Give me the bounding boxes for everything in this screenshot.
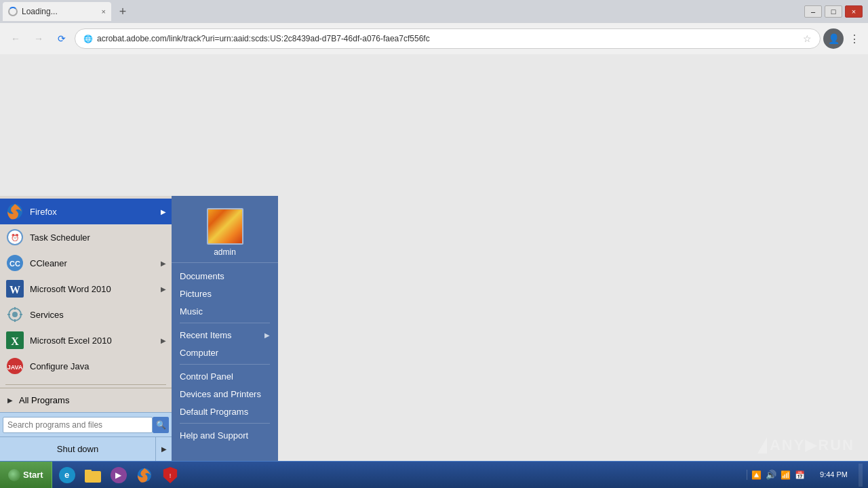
reload-button[interactable]: ⟳ bbox=[52, 28, 72, 49]
speaker-icon[interactable]: 🔊 bbox=[766, 470, 776, 480]
shutdown-arrow-button[interactable]: ▶ bbox=[155, 437, 172, 461]
computer-label: Computer bbox=[180, 348, 218, 358]
firefox-taskbar-icon bbox=[136, 467, 153, 483]
right-menu-documents[interactable]: Documents bbox=[172, 267, 278, 285]
right-separator-3 bbox=[180, 423, 270, 424]
right-menu-recent-items[interactable]: Recent Items ▶ bbox=[172, 326, 278, 344]
active-tab[interactable]: Loading... × bbox=[3, 2, 111, 21]
start-button[interactable]: Start bbox=[0, 462, 52, 488]
right-menu-help-support[interactable]: Help and Support bbox=[172, 426, 278, 444]
sidebar-item-services[interactable]: Services bbox=[0, 302, 172, 327]
taskbar-icon-shield[interactable]: ! bbox=[158, 464, 182, 487]
back-button[interactable]: ← bbox=[5, 28, 26, 49]
lock-icon: 🌐 bbox=[83, 35, 93, 43]
taskbar: Start e ▶ bbox=[0, 461, 868, 488]
excel-icon: X bbox=[5, 331, 24, 350]
bookmark-icon[interactable]: ☆ bbox=[803, 33, 812, 44]
right-menu-music[interactable]: Music bbox=[172, 302, 278, 320]
services-label: Services bbox=[30, 310, 166, 320]
sidebar-item-java[interactable]: JAVA Configure Java bbox=[0, 353, 172, 379]
recent-items-label: Recent Items bbox=[180, 330, 232, 340]
msword-label: Microsoft Word 2010 bbox=[30, 284, 155, 294]
close-button[interactable]: × bbox=[845, 5, 863, 18]
ccleaner-icon: CC bbox=[5, 253, 24, 272]
sidebar-item-ccleaner[interactable]: CC CCleaner ▶ bbox=[0, 250, 172, 276]
taskbar-right: 🔼 🔊 📶 📅 9:44 PM bbox=[741, 464, 868, 487]
browser-menu-button[interactable]: ⋮ bbox=[846, 30, 863, 48]
search-input[interactable] bbox=[3, 417, 153, 433]
user-panel: admin bbox=[172, 203, 278, 263]
sidebar-item-task-scheduler[interactable]: ⏰ Task Scheduler bbox=[0, 224, 172, 250]
user-avatar[interactable] bbox=[207, 208, 243, 245]
msexcel-arrow: ▶ bbox=[161, 337, 166, 344]
svg-rect-17 bbox=[85, 471, 101, 483]
minimize-button[interactable]: – bbox=[804, 5, 822, 18]
ccleaner-arrow: ▶ bbox=[161, 260, 166, 267]
system-clock[interactable]: 9:44 PM bbox=[814, 470, 853, 480]
new-tab-button[interactable]: + bbox=[114, 3, 132, 20]
shield-icon: ! bbox=[163, 467, 178, 483]
all-programs-row[interactable]: ▶ All Programs bbox=[0, 388, 172, 412]
tray-icon-1[interactable]: 🔼 bbox=[751, 470, 762, 480]
taskbar-icon-media[interactable]: ▶ bbox=[106, 464, 131, 487]
firefox-icon bbox=[5, 202, 24, 221]
msword-arrow: ▶ bbox=[161, 285, 166, 293]
shutdown-row: Shut down ▶ bbox=[0, 436, 172, 461]
right-menu-computer[interactable]: Computer bbox=[172, 344, 278, 361]
svg-rect-18 bbox=[85, 470, 92, 472]
taskbar-items: e ▶ ! bbox=[52, 464, 741, 487]
right-menu-devices-printers[interactable]: Devices and Printers bbox=[172, 385, 278, 403]
sidebar-item-msexcel[interactable]: X Microsoft Excel 2010 ▶ bbox=[0, 327, 172, 353]
forward-button[interactable]: → bbox=[28, 28, 49, 49]
tab-label: Loading... bbox=[22, 7, 58, 16]
right-separator-1 bbox=[180, 323, 270, 323]
all-programs-arrow-icon: ▶ bbox=[5, 396, 15, 405]
java-icon: JAVA bbox=[5, 357, 24, 375]
right-menu-default-programs[interactable]: Default Programs bbox=[172, 403, 278, 420]
music-label: Music bbox=[180, 306, 203, 317]
sidebar-item-firefox[interactable]: Firefox ▶ bbox=[0, 199, 172, 224]
search-bar: 🔍 bbox=[0, 412, 172, 436]
word-icon: W bbox=[5, 279, 24, 298]
default-programs-label: Default Programs bbox=[180, 407, 248, 417]
tab-close-button[interactable]: × bbox=[102, 7, 106, 16]
taskbar-icon-firefox[interactable] bbox=[132, 464, 157, 487]
network-icon[interactable]: 📶 bbox=[781, 470, 791, 480]
pictures-label: Pictures bbox=[180, 289, 212, 299]
user-name-label: admin bbox=[214, 247, 236, 257]
msexcel-label: Microsoft Excel 2010 bbox=[30, 336, 155, 346]
right-separator-2 bbox=[180, 364, 270, 365]
start-orb-icon bbox=[8, 469, 20, 481]
firefox-arrow: ▶ bbox=[161, 208, 166, 216]
profile-button[interactable]: 👤 bbox=[823, 28, 844, 49]
avatar-image bbox=[208, 209, 242, 243]
svg-text:X: X bbox=[11, 336, 19, 347]
search-button[interactable]: 🔍 bbox=[153, 417, 169, 433]
taskbar-icon-folder[interactable] bbox=[81, 464, 105, 487]
right-menu-control-panel[interactable]: Control Panel bbox=[172, 367, 278, 385]
pinned-apps-list: Firefox ▶ ⏰ Task Scheduler bbox=[0, 196, 172, 382]
browser-chrome: Loading... × + – □ × ← → ⟳ 🌐 acrobat.ado… bbox=[0, 0, 868, 54]
maximize-button[interactable]: □ bbox=[825, 5, 842, 18]
sys-tray: 🔼 🔊 📶 📅 bbox=[747, 470, 809, 480]
clock-time: 9:44 PM bbox=[820, 470, 848, 480]
calendar-icon[interactable]: 📅 bbox=[795, 470, 805, 480]
devices-printers-label: Devices and Printers bbox=[180, 389, 261, 399]
nav-bar: ← → ⟳ 🌐 acrobat.adobe.com/link/track?uri… bbox=[0, 23, 868, 54]
services-icon bbox=[5, 305, 24, 324]
shutdown-label: Shut down bbox=[57, 444, 98, 454]
folder-icon bbox=[85, 468, 101, 483]
shutdown-button[interactable]: Shut down bbox=[0, 437, 155, 461]
tab-bar: Loading... × + – □ × bbox=[0, 0, 868, 23]
start-menu: Firefox ▶ ⏰ Task Scheduler bbox=[0, 196, 278, 461]
show-desktop-button[interactable] bbox=[859, 464, 863, 487]
address-bar[interactable]: 🌐 acrobat.adobe.com/link/track?uri=urn:a… bbox=[75, 28, 821, 49]
sidebar-item-msword[interactable]: W Microsoft Word 2010 ▶ bbox=[0, 276, 172, 302]
media-icon: ▶ bbox=[111, 467, 127, 483]
taskbar-icon-ie[interactable]: e bbox=[55, 464, 79, 487]
svg-text:W: W bbox=[9, 284, 20, 296]
start-menu-right: admin Documents Pictures Music Recent It… bbox=[172, 196, 278, 461]
address-text: acrobat.adobe.com/link/track?uri=urn:aai… bbox=[97, 34, 799, 43]
right-menu-pictures[interactable]: Pictures bbox=[172, 285, 278, 302]
ccleaner-label: CCleaner bbox=[30, 258, 155, 268]
